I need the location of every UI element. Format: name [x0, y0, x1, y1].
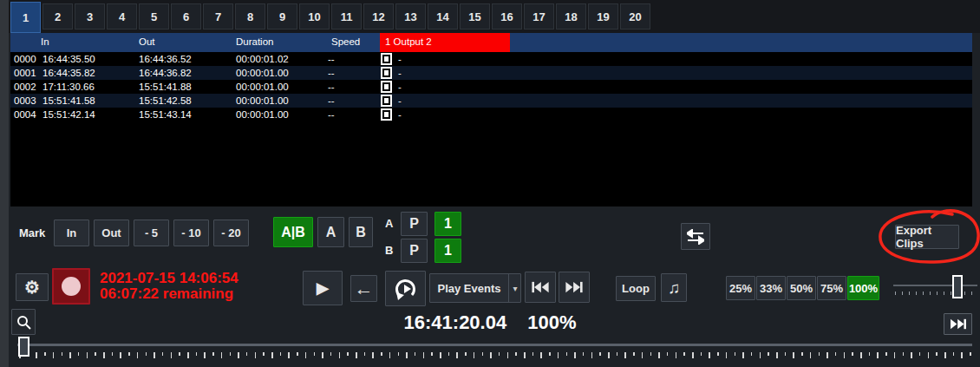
clip-speed: --	[328, 66, 335, 80]
clip-tab-5[interactable]: 5	[139, 3, 169, 29]
left-arrow-icon: ←	[355, 278, 374, 300]
clip-row-0001[interactable]: 0001 16:44:35.82 16:44:36.82 00:00:01.00…	[10, 66, 972, 80]
output-checkbox[interactable]	[381, 108, 392, 121]
mark-out-button[interactable]: Out	[94, 220, 129, 246]
chevron-down-icon: ▾	[513, 284, 517, 293]
clip-row-0003[interactable]: 0003 15:51:41.58 15:51:42.58 00:00:01.00…	[10, 94, 972, 108]
channel-a-preview-button[interactable]: P	[401, 212, 428, 236]
mark-minus10-button[interactable]: - 10	[173, 220, 209, 246]
clip-row-0004[interactable]: 0004 15:51:42.14 15:51:43.14 00:00:01.00…	[10, 108, 972, 121]
output-checkbox[interactable]	[381, 81, 392, 93]
clip-duration: 00:00:01.00	[236, 80, 289, 94]
replay-controller-window: 1 2 3 4 5 6 7 8 9 10 11 12 13 14 15 16 1…	[0, 0, 980, 367]
speed-slider-track[interactable]	[893, 285, 977, 286]
channel-b-preview-button[interactable]: P	[401, 239, 428, 263]
clip-in: 15:51:42.14	[42, 108, 95, 121]
clip-tab-16[interactable]: 16	[492, 3, 522, 29]
clip-tab-12[interactable]: 12	[363, 3, 394, 29]
export-clips-button[interactable]: Export Clips	[895, 225, 959, 249]
clip-tab-8[interactable]: 8	[235, 3, 265, 29]
speed-50-button[interactable]: 50%	[787, 276, 816, 300]
column-header-in[interactable]: In	[41, 36, 49, 47]
gear-icon: ⚙	[24, 277, 40, 298]
jump-back-button[interactable]: ←	[350, 275, 377, 302]
clip-tab-17[interactable]: 17	[524, 3, 554, 29]
speed-100-button[interactable]: 100%	[847, 276, 879, 300]
clip-tab-10[interactable]: 10	[299, 3, 330, 29]
speed-33-button[interactable]: 33%	[756, 276, 786, 300]
clip-tab-2[interactable]: 2	[42, 3, 73, 29]
speed-25-button[interactable]: 25%	[726, 276, 755, 300]
speed-slider-ticks	[895, 292, 975, 295]
output-checkbox[interactable]	[381, 67, 392, 79]
column-header-output[interactable]: 1 Output 2	[380, 33, 510, 52]
clip-row-0002[interactable]: 0002 17:11:30.66 15:51:41.88 00:00:01.00…	[10, 80, 972, 94]
timeline-scrubber-handle[interactable]	[18, 337, 29, 357]
ab-mode-button[interactable]: A|B	[273, 217, 313, 247]
loop-button[interactable]: Loop	[616, 276, 656, 301]
clip-id: 0000	[14, 52, 36, 66]
clip-duration: 00:00:01.02	[236, 52, 289, 66]
clip-id: 0002	[14, 80, 36, 94]
clip-tab-20[interactable]: 20	[620, 3, 650, 29]
mark-minus20-button[interactable]: - 20	[213, 220, 249, 246]
speed-slider-handle[interactable]	[952, 275, 963, 298]
clip-tab-4[interactable]: 4	[107, 3, 137, 29]
settings-button[interactable]: ⚙	[16, 273, 49, 301]
audio-button[interactable]: ♫	[661, 273, 687, 302]
b-mode-button[interactable]: B	[349, 217, 373, 247]
speed-75-button[interactable]: 75%	[817, 276, 846, 300]
output-checkbox[interactable]	[381, 53, 392, 65]
jump-to-live-button[interactable]	[944, 313, 972, 335]
output-checkbox[interactable]	[381, 95, 392, 107]
window-left-edge	[0, 0, 9, 367]
swap-arrows-icon	[687, 229, 704, 245]
mark-in-button[interactable]: In	[54, 220, 89, 246]
clip-tab-19[interactable]: 19	[588, 3, 618, 29]
clip-out: 16:44:36.52	[139, 52, 192, 66]
mark-minus5-button[interactable]: - 5	[134, 220, 169, 246]
play-button[interactable]: ▶	[303, 271, 343, 305]
replay-last-event-button[interactable]	[385, 271, 426, 306]
channel-b-camera-button[interactable]: 1	[434, 239, 461, 263]
clip-tab-15[interactable]: 15	[460, 3, 490, 29]
timeline-tick-marks	[19, 352, 972, 358]
channel-a-camera-button[interactable]: 1	[434, 212, 461, 236]
a-mode-button[interactable]: A	[317, 217, 344, 247]
timeline-track[interactable]	[17, 344, 972, 346]
clip-duration: 00:00:01.00	[236, 108, 289, 121]
clip-tab-7[interactable]: 7	[203, 3, 233, 29]
clip-row-0000[interactable]: 0000 16:44:35.50 16:44:36.52 00:00:01.02…	[10, 52, 972, 66]
swap-ab-button[interactable]	[681, 223, 710, 250]
clip-tab-14[interactable]: 14	[428, 3, 458, 29]
skip-previous-icon	[531, 281, 550, 293]
clip-output-value: -	[398, 52, 402, 66]
clip-output-value: -	[398, 66, 402, 80]
record-button[interactable]	[52, 268, 90, 305]
channel-a-label: A	[385, 217, 393, 230]
playback-speed-display: 100%	[527, 311, 576, 334]
next-event-button[interactable]	[559, 272, 590, 303]
clip-tab-1[interactable]: 1	[10, 2, 41, 33]
play-events-dropdown[interactable]: ▾	[508, 274, 521, 302]
column-header-out[interactable]: Out	[139, 36, 155, 47]
clip-tab-6[interactable]: 6	[171, 3, 201, 29]
clip-tab-9[interactable]: 9	[267, 3, 297, 29]
clip-tab-11[interactable]: 11	[331, 3, 362, 29]
clip-speed: --	[328, 94, 335, 108]
clip-speed: --	[328, 80, 335, 94]
skip-to-end-icon	[950, 318, 967, 330]
clip-tab-13[interactable]: 13	[395, 3, 426, 29]
column-header-duration[interactable]: Duration	[236, 36, 273, 47]
column-header-speed[interactable]: Speed	[331, 36, 360, 47]
clip-out: 15:51:41.88	[139, 80, 192, 94]
clip-output-value: -	[398, 94, 402, 108]
clip-tab-3[interactable]: 3	[75, 3, 105, 29]
previous-event-button[interactable]	[525, 272, 556, 303]
zoom-timeline-button[interactable]	[11, 309, 36, 335]
music-note-icon: ♫	[668, 279, 680, 298]
replay-icon	[394, 277, 418, 301]
clip-tab-18[interactable]: 18	[556, 3, 586, 29]
clip-out: 15:51:42.58	[139, 94, 192, 108]
clip-speed: --	[328, 52, 335, 66]
